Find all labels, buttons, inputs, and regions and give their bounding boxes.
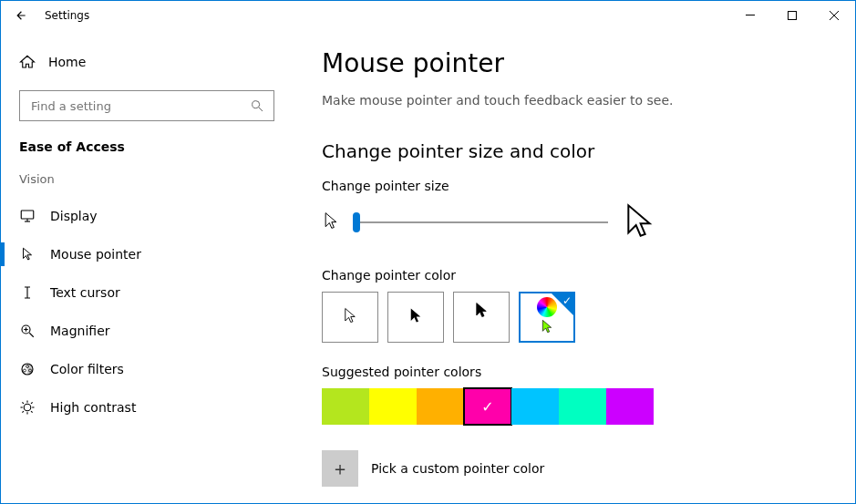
titlebar: Settings (1, 1, 855, 30)
scheme-black[interactable] (387, 292, 444, 343)
sidebar-item-display[interactable]: Display (1, 197, 293, 235)
display-icon (19, 208, 36, 224)
svg-line-23 (22, 411, 24, 413)
color-swatch[interactable] (559, 388, 606, 425)
sidebar-item-label: Color filters (50, 362, 124, 376)
scheme-inverted[interactable] (453, 292, 510, 343)
window-title: Settings (45, 9, 89, 22)
sidebar-item-magnifier[interactable]: Magnifier (1, 312, 293, 350)
search-box[interactable] (19, 90, 274, 121)
cursor-custom-icon (540, 319, 554, 337)
sidebar-item-text-cursor[interactable]: Text cursor (1, 273, 293, 312)
maximize-icon (788, 11, 797, 20)
pointer-color-label: Change pointer color (322, 268, 826, 283)
sidebar: Home Ease of Access Vision Display Mouse… (1, 30, 293, 503)
color-swatch[interactable] (369, 388, 417, 425)
sidebar-home[interactable]: Home (1, 45, 293, 79)
svg-line-3 (259, 108, 263, 111)
pointer-size-slider[interactable] (353, 211, 608, 233)
plus-icon: ＋ (331, 457, 349, 481)
sidebar-item-label: Text cursor (50, 285, 120, 300)
close-icon (830, 11, 839, 20)
section-heading: Change pointer size and color (322, 140, 826, 162)
sidebar-item-label: Magnifier (50, 324, 110, 338)
pointer-color-schemes: ✓ (322, 292, 826, 343)
sidebar-item-color-filters[interactable]: Color filters (1, 350, 293, 388)
cursor-small-icon (322, 211, 340, 233)
suggested-colors-label: Suggested pointer colors (322, 365, 826, 379)
minimize-icon (746, 11, 755, 20)
pointer-size-label: Change pointer size (322, 179, 826, 193)
page-title: Mouse pointer (322, 48, 826, 78)
sidebar-item-mouse-pointer[interactable]: Mouse pointer (1, 235, 293, 273)
sidebar-group-label: Vision (1, 172, 293, 197)
svg-line-24 (31, 402, 33, 404)
pick-custom-color-label: Pick a custom pointer color (371, 461, 544, 476)
suggested-colors-row: ✓ (322, 388, 826, 425)
cursor-black-icon (407, 307, 424, 327)
mouse-pointer-icon (19, 246, 36, 262)
svg-line-22 (31, 411, 33, 413)
pick-custom-color-button[interactable]: ＋ (322, 450, 358, 487)
sidebar-home-label: Home (48, 55, 86, 69)
scheme-custom[interactable]: ✓ (519, 292, 575, 343)
svg-point-14 (24, 369, 26, 372)
color-filters-icon (19, 361, 36, 377)
color-swatch[interactable]: ✓ (464, 388, 511, 425)
custom-color-row: ＋ Pick a custom pointer color (322, 450, 826, 487)
sidebar-section-title: Ease of Access (1, 139, 293, 172)
maximize-button[interactable] (771, 1, 813, 30)
search-input[interactable] (29, 98, 250, 114)
main-content: Mouse pointer Make mouse pointer and tou… (293, 30, 855, 503)
text-cursor-icon (19, 284, 36, 301)
cursor-inverted-icon (473, 302, 490, 322)
svg-point-16 (24, 404, 31, 411)
color-swatch[interactable] (606, 388, 654, 425)
page-subtitle: Make mouse pointer and touch feedback ea… (322, 93, 826, 108)
sidebar-item-label: Display (50, 209, 98, 223)
svg-point-2 (253, 101, 260, 108)
svg-line-21 (22, 402, 24, 404)
minimize-button[interactable] (729, 1, 771, 30)
scheme-white[interactable] (322, 292, 378, 343)
arrow-left-icon (15, 9, 27, 22)
svg-rect-1 (789, 12, 797, 20)
magnifier-icon (19, 323, 36, 339)
color-swatch[interactable] (322, 388, 369, 425)
cursor-white-icon (342, 307, 358, 327)
back-button[interactable] (5, 1, 37, 30)
sidebar-item-label: Mouse pointer (50, 247, 141, 262)
svg-rect-4 (21, 211, 34, 219)
search-icon (250, 98, 264, 113)
high-contrast-icon (19, 399, 36, 416)
color-swatch[interactable] (417, 388, 464, 425)
close-button[interactable] (813, 1, 855, 30)
slider-thumb[interactable] (353, 212, 360, 232)
home-icon (19, 54, 36, 70)
sidebar-item-label: High contrast (50, 400, 136, 415)
check-icon: ✓ (481, 398, 493, 416)
cursor-large-icon (621, 202, 657, 242)
svg-rect-0 (746, 15, 755, 15)
svg-line-9 (29, 333, 34, 337)
sidebar-item-high-contrast[interactable]: High contrast (1, 388, 293, 427)
color-swatch[interactable] (511, 388, 559, 425)
check-icon: ✓ (562, 294, 572, 307)
pointer-size-row (322, 202, 826, 242)
